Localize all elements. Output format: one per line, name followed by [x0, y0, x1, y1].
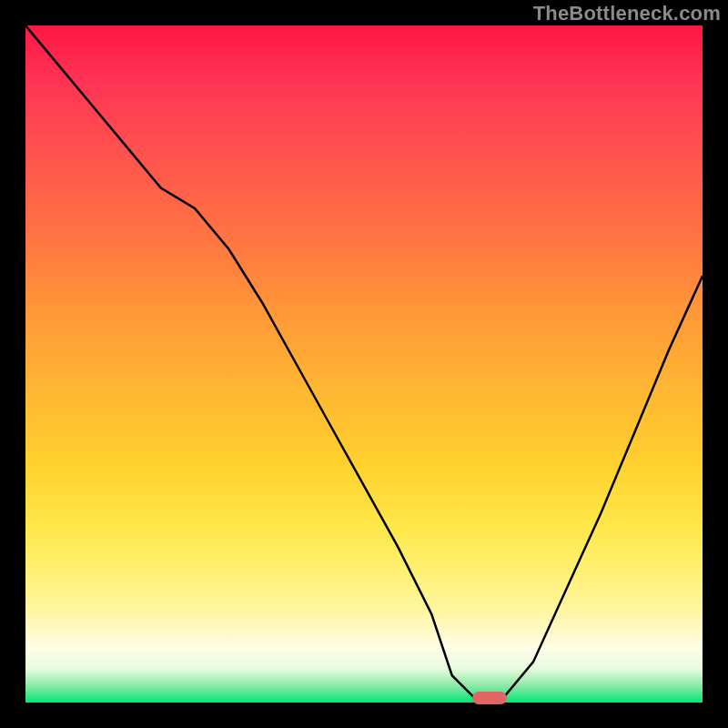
plot-area — [25, 25, 703, 703]
watermark-text: TheBottleneck.com — [533, 2, 721, 25]
optimal-marker — [472, 692, 507, 704]
curve-path — [25, 25, 703, 703]
chart-frame: TheBottleneck.com — [0, 0, 728, 728]
bottleneck-curve — [25, 25, 703, 703]
